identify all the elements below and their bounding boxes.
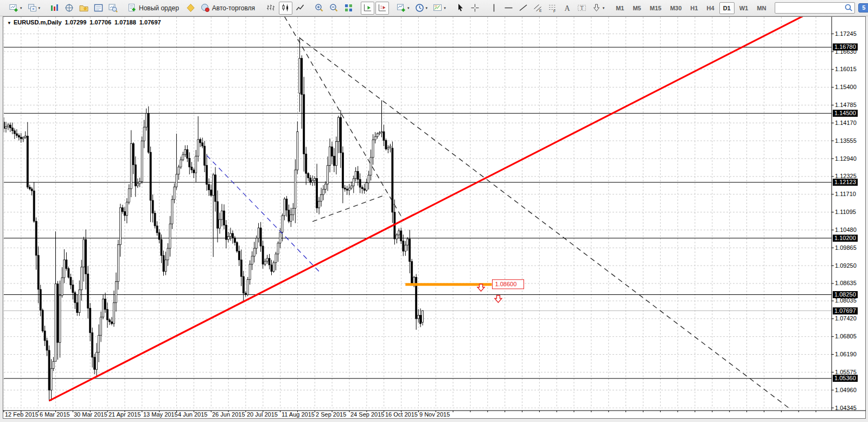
ohlc-close: 1.07697 [139, 19, 161, 26]
price-tick-label: 1.14170 [835, 119, 857, 127]
price-level-label: 1.10200 [833, 235, 858, 242]
price-axis[interactable]: 1.172451.166301.160151.154001.147851.141… [832, 17, 867, 411]
svg-text:1.08600: 1.08600 [495, 281, 517, 287]
date-tick-label: 9 Nov 2015 [419, 411, 450, 418]
price-tick-label: 1.07420 [835, 315, 857, 322]
price-tick-label: 1.11710 [835, 191, 856, 198]
price-tick-label: 1.14785 [835, 102, 857, 109]
price-tick-label: 1.11095 [835, 209, 856, 216]
date-tick-label: 30 Mar 2015 [74, 411, 107, 418]
price-tick-label: 1.09250 [835, 262, 857, 269]
price-tick-label: 1.17245 [835, 30, 857, 37]
chart-ohlc-header: ▼EURUSD.m,Daily1.072991.077061.071881.07… [7, 19, 164, 26]
price-tick-label: 1.15400 [835, 84, 857, 91]
price-tick-label: 1.06190 [835, 351, 857, 358]
price-tick-label: 1.13555 [835, 137, 857, 144]
price-level-label: 1.07697 [833, 307, 858, 314]
price-tick-label: 1.10480 [835, 226, 857, 234]
price-level-label: 1.14500 [833, 110, 858, 117]
date-tick-label: 4 Jun 2015 [178, 411, 207, 418]
chart-plot-area[interactable]: 1.08600 [0, 0, 868, 422]
price-level-label: 1.16780 [833, 43, 858, 51]
date-tick-label: 11 Aug 2015 [282, 411, 315, 418]
price-level-label: 1.12123 [833, 179, 858, 186]
date-tick-label: 6 Mar 2015 [40, 411, 70, 418]
price-tick-label: 1.09865 [835, 244, 857, 251]
date-tick-label: 2 Sep 2015 [316, 411, 346, 418]
date-axis[interactable]: 12 Feb 20156 Mar 201530 Mar 201521 Apr 2… [0, 411, 866, 419]
price-tick-label: 1.06805 [835, 333, 857, 340]
expand-triangle-icon[interactable]: ▼ [7, 21, 11, 26]
price-tick-label: 1.12940 [835, 155, 857, 162]
price-level-label: 1.08250 [833, 291, 858, 298]
symbol-period-label: EURUSD.m,Daily [14, 19, 62, 26]
date-tick-label: 13 May 2015 [143, 411, 178, 418]
date-tick-label: 24 Sep 2015 [350, 411, 384, 418]
date-tick-label: 26 Jun 2015 [212, 411, 245, 418]
date-tick-label: 21 Apr 2015 [108, 411, 141, 418]
ohlc-low: 1.07188 [114, 19, 136, 26]
ohlc-open: 1.07299 [65, 19, 87, 26]
date-tick-label: 20 Jul 2015 [247, 411, 278, 418]
price-level-label: 1.05360 [833, 375, 858, 382]
price-tick-label: 1.16015 [835, 66, 857, 73]
price-tick-label: 1.08635 [835, 280, 857, 287]
ohlc-high: 1.07706 [90, 19, 111, 26]
price-tick-label: 1.04960 [835, 387, 857, 394]
date-tick-label: 12 Feb 2015 [5, 411, 39, 418]
date-tick-label: 16 Oct 2015 [385, 411, 418, 418]
